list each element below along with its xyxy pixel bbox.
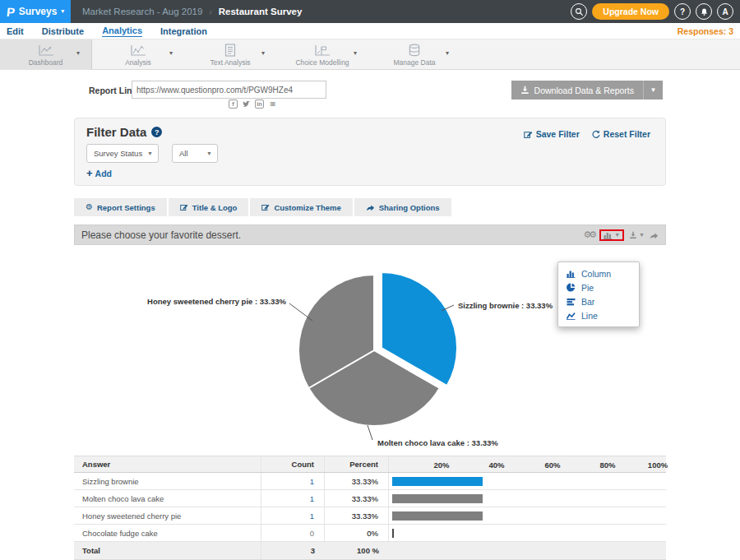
header-answer: Answer: [74, 456, 261, 472]
menu-item-bar[interactable]: Bar: [558, 294, 639, 308]
table-row: Sizzling brownie 1 33.33%: [74, 473, 666, 490]
nav-item-integration[interactable]: Integration: [160, 26, 207, 36]
question-download-button[interactable]: ▼: [629, 231, 645, 239]
chart-type-button[interactable]: ▼: [604, 231, 620, 239]
scale-tick: 80%: [599, 460, 615, 469]
results-table: Answer Count Percent 20% 40% 60% 80% 100…: [74, 456, 666, 560]
tab-report-settings[interactable]: ⚙ Report Settings: [74, 198, 167, 216]
tab-label: Customize Theme: [274, 203, 340, 212]
tab-sharing-options[interactable]: Sharing Options: [354, 198, 451, 216]
pie-label-sizzling-brownie: Sizzling brownie : 33.33%: [458, 301, 553, 310]
leader-line: [368, 425, 372, 440]
nav-item-edit[interactable]: Edit: [7, 26, 24, 36]
line-chart-icon: [38, 44, 54, 57]
upgrade-button[interactable]: Upgrade Now: [592, 3, 669, 20]
filter-title: Filter Data: [86, 125, 146, 139]
pie-chart-icon: [567, 283, 576, 292]
question-header: Please choose your favorite dessert. ⚙⚙ …: [74, 224, 666, 245]
question-settings-icon[interactable]: ⚙⚙: [583, 229, 594, 240]
topbar-actions: Upgrade Now ? A: [571, 3, 740, 20]
analytics-toolbar: Dashboard ▾ Analysis ▾ Text Analysis ▾ C…: [0, 39, 740, 70]
question-share-button[interactable]: [650, 231, 659, 239]
share-icons-row: f in ⊞: [229, 100, 277, 109]
surveys-product-menu[interactable]: P Surveys ▾: [0, 0, 71, 23]
breadcrumb: Market Research - Aug 2019 › Restaurant …: [82, 7, 302, 16]
scatter-chart-icon: [130, 44, 146, 57]
survey-status-select[interactable]: Survey Status ▼: [86, 144, 159, 163]
menu-item-line[interactable]: Line: [558, 308, 639, 322]
save-filter-label: Save Filter: [536, 129, 580, 139]
breadcrumb-current: Restaurant Survey: [219, 7, 303, 16]
column-chart-icon: [567, 270, 576, 278]
survey-status-value: Survey Status: [94, 149, 142, 158]
download-data-reports-split-button: Download Data & Reports ▼: [511, 81, 663, 100]
table-row: Molten choco lava cake 1 33.33%: [74, 490, 666, 507]
count-value: 0: [261, 525, 325, 541]
breadcrumb-parent[interactable]: Market Research - Aug 2019: [82, 7, 202, 16]
toolbar-tab-choice-modelling[interactable]: Choice Modelling ▾: [276, 39, 368, 70]
embed-icon[interactable]: ⊞: [268, 100, 277, 109]
plus-icon: +: [86, 168, 93, 178]
toolbar-tab-analysis[interactable]: Analysis ▾: [92, 39, 184, 70]
search-button[interactable]: [571, 3, 587, 20]
scale-tick: 20%: [433, 460, 449, 469]
report-link-input[interactable]: [132, 81, 326, 99]
menu-item-pie[interactable]: Pie: [558, 280, 639, 294]
facebook-icon[interactable]: f: [229, 100, 238, 109]
chevron-down-icon[interactable]: ▾: [446, 49, 449, 57]
question-mark-icon: ?: [680, 7, 685, 16]
help-button[interactable]: ?: [674, 3, 691, 20]
chevron-down-icon[interactable]: ▾: [354, 49, 357, 57]
toolbar-tab-label: Manage Data: [393, 58, 435, 67]
nav-item-analytics[interactable]: Analytics: [102, 25, 142, 37]
survey-status-option-select[interactable]: All ▼: [172, 144, 218, 163]
count-link[interactable]: 1: [261, 507, 325, 524]
responses-count[interactable]: Responses: 3: [678, 26, 733, 36]
chevron-down-icon: ▾: [61, 8, 64, 15]
toolbar-tab-manage-data[interactable]: Manage Data ▾: [368, 39, 460, 70]
chevron-down-icon: ▼: [639, 232, 645, 238]
linkedin-icon[interactable]: in: [255, 100, 264, 109]
gears-icon: ⚙: [86, 203, 93, 211]
filter-help-icon[interactable]: ?: [151, 127, 162, 137]
header-scale: 20% 40% 60% 80% 100%: [389, 456, 666, 472]
toolbar-tab-dashboard[interactable]: Dashboard ▾: [0, 39, 92, 70]
save-filter-button[interactable]: Save Filter: [524, 129, 580, 139]
answer-label: Sizzling brownie: [74, 473, 261, 489]
notifications-button[interactable]: [696, 3, 712, 20]
menu-item-column[interactable]: Column: [558, 266, 639, 280]
download-options-caret[interactable]: ▼: [643, 81, 663, 100]
twitter-icon[interactable]: [242, 100, 251, 109]
avatar-button[interactable]: A: [717, 3, 733, 20]
tab-label: Sharing Options: [379, 203, 440, 212]
chevron-down-icon[interactable]: ▾: [76, 49, 80, 57]
chevron-down-icon[interactable]: ▾: [169, 49, 173, 57]
percent-value: 33.33%: [325, 490, 389, 507]
database-icon: [408, 44, 421, 57]
chevron-down-icon[interactable]: ▾: [261, 49, 265, 57]
add-filter-button[interactable]: + Add: [86, 168, 112, 178]
chart-type-menu: Column Pie Bar Line: [557, 261, 640, 327]
tab-title-logo[interactable]: Title & Logo: [169, 198, 249, 216]
download-data-reports-button[interactable]: Download Data & Reports: [511, 81, 643, 100]
pie-chart-area: Sizzling brownie : 33.33% Honey sweetene…: [74, 245, 666, 456]
toolbar-tab-text-analysis[interactable]: Text Analysis ▾: [184, 39, 276, 70]
menu-item-label: Pie: [581, 283, 594, 293]
table-row: Chocolate fudge cake 0 0%: [74, 525, 666, 542]
percent-value: 33.33%: [325, 473, 389, 489]
reset-filter-button[interactable]: Reset Filter: [591, 129, 650, 139]
answer-label: Chocolate fudge cake: [74, 525, 261, 541]
nav-item-distribute[interactable]: Distribute: [42, 26, 84, 36]
share-arrow-icon: [650, 231, 659, 239]
question-chart-panel: Please choose your favorite dessert. ⚙⚙ …: [74, 224, 666, 456]
count-link[interactable]: 1: [261, 473, 325, 489]
tab-customize-theme[interactable]: Customize Theme: [250, 198, 352, 216]
main-nav: Edit Distribute Analytics Integration Re…: [0, 23, 740, 39]
search-icon: [575, 7, 584, 16]
report-link-label: Report Link: [89, 86, 136, 95]
tab-label: Title & Logo: [192, 203, 238, 212]
table-header-row: Answer Count Percent 20% 40% 60% 80% 100…: [74, 456, 666, 473]
count-link[interactable]: 1: [261, 490, 325, 507]
menu-item-label: Bar: [581, 297, 594, 307]
dashboard-content: Report Link f in ⊞ Download Data & Repor…: [74, 70, 666, 560]
